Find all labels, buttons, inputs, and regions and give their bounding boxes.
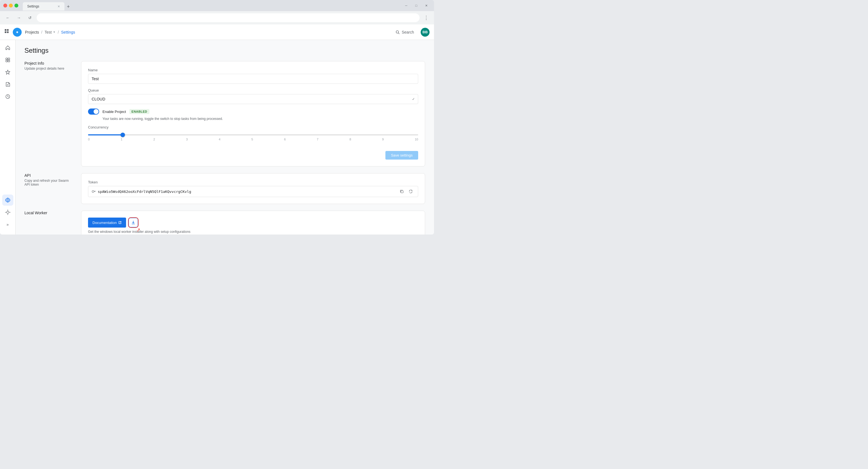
sidebar: » <box>0 40 16 234</box>
copy-token-btn[interactable] <box>398 188 406 195</box>
project-info-title: Project Info <box>25 61 74 66</box>
svg-rect-11 <box>8 60 10 62</box>
svg-rect-10 <box>6 60 7 62</box>
browser-window: Settings ✕ + ─ □ ✕ ← → ↺ ⋮ <box>0 0 434 234</box>
minimize-btn[interactable]: ─ <box>402 1 411 10</box>
local-worker-desc: Get the windows local worker installer a… <box>88 230 418 234</box>
breadcrumb-dropdown-icon: ▼ <box>53 31 56 34</box>
api-section: API Copy and refresh your Swarm API toke… <box>25 173 425 204</box>
browser-menu-btn[interactable]: ⋮ <box>422 13 431 22</box>
app-logo <box>13 28 22 37</box>
local-worker-card: Documentation <box>81 211 425 234</box>
token-field: spAWio5WsdQ462ooXcFdrlVqN5QlF1aKQvvcrgCK… <box>88 186 418 197</box>
local-worker-title: Local Worker <box>25 211 74 215</box>
api-label: API Copy and refresh your Swarm API toke… <box>25 173 74 204</box>
queue-select-wrapper: CLOUD ✓ <box>88 94 418 104</box>
refresh-btn[interactable]: ↺ <box>26 13 34 22</box>
search-icon <box>396 30 400 34</box>
title-bar: Settings ✕ + ─ □ ✕ <box>0 0 434 11</box>
main-content: Settings Project Info Update project det… <box>16 40 434 234</box>
download-btn[interactable] <box>128 217 138 228</box>
svg-line-7 <box>398 33 399 34</box>
close-window-btn[interactable] <box>3 4 7 7</box>
app-header: Projects / Test ▼ / Settings Search BB <box>0 25 434 40</box>
breadcrumb-test[interactable]: Test ▼ <box>44 30 56 34</box>
slider-ticks: 0 1 2 3 4 5 6 7 8 9 10 <box>88 138 418 141</box>
restore-btn[interactable]: □ <box>412 1 421 10</box>
tab-close-btn[interactable]: ✕ <box>58 5 60 8</box>
svg-point-5 <box>17 32 18 33</box>
key-icon <box>92 190 95 194</box>
sidebar-item-home[interactable] <box>2 42 13 53</box>
svg-point-15 <box>7 199 9 201</box>
svg-rect-0 <box>5 29 6 31</box>
slider-wrapper: 0 1 2 3 4 5 6 7 8 9 10 <box>88 132 418 146</box>
sidebar-bottom: » <box>2 195 13 232</box>
tab-title: Settings <box>27 4 39 8</box>
token-actions <box>398 188 414 195</box>
forward-btn[interactable]: → <box>14 13 23 22</box>
token-value: spAWio5WsdQ462ooXcFdrlVqN5QlF1aKQvvcrgCK… <box>98 190 396 194</box>
token-label: Token <box>88 180 418 184</box>
api-card: Token spAWio5WsdQ462ooXcFdrlVqN5QlF1aKQv… <box>81 173 425 204</box>
svg-rect-3 <box>7 31 9 33</box>
sidebar-item-docs[interactable] <box>2 79 13 90</box>
sidebar-item-history[interactable] <box>2 91 13 102</box>
tab-bar: Settings ✕ + <box>21 1 400 10</box>
api-desc: Copy and refresh your Swarm API token <box>25 179 74 187</box>
sidebar-expand-btn[interactable]: » <box>2 219 13 230</box>
refresh-token-btn[interactable] <box>407 188 414 195</box>
project-info-section: Project Info Update project details here… <box>25 61 425 167</box>
enable-label: Enable Project <box>102 110 126 114</box>
name-input[interactable] <box>88 74 418 84</box>
browser-tab[interactable]: Settings ✕ <box>23 2 64 10</box>
project-info-desc: Update project details here <box>25 67 74 70</box>
api-title: API <box>25 173 74 178</box>
project-info-label: Project Info Update project details here <box>25 61 74 167</box>
documentation-btn[interactable]: Documentation <box>88 217 126 228</box>
sidebar-item-theme[interactable] <box>2 207 13 218</box>
local-worker-btns: Documentation <box>88 217 418 228</box>
queue-group: Queue CLOUD ✓ <box>88 88 418 104</box>
grid-apps-icon[interactable] <box>4 29 9 35</box>
address-bar[interactable] <box>37 13 420 22</box>
app-body: » Settings Project Info Update project d… <box>0 40 434 234</box>
breadcrumb-settings: Settings <box>61 30 75 34</box>
breadcrumb-projects[interactable]: Projects <box>25 30 39 34</box>
enable-row: Enable Project ENABLED <box>88 108 418 114</box>
page-title: Settings <box>25 46 425 55</box>
save-settings-btn[interactable]: Save settings <box>385 151 418 160</box>
back-btn[interactable]: ← <box>3 13 12 22</box>
user-avatar[interactable]: BB <box>421 28 430 37</box>
search-btn[interactable]: Search <box>392 28 417 36</box>
local-worker-label: Local Worker <box>25 211 74 234</box>
nav-bar: ← → ↺ ⋮ <box>0 11 434 25</box>
maximize-window-btn[interactable] <box>14 4 18 7</box>
download-btn-container: ↗ <box>128 217 138 228</box>
concurrency-label: Concurrency <box>88 125 418 129</box>
minimize-window-btn[interactable] <box>9 4 13 7</box>
sidebar-item-dashboard[interactable] <box>2 55 13 66</box>
svg-rect-8 <box>6 58 7 60</box>
local-worker-section: Local Worker Documentation <box>25 211 425 234</box>
svg-rect-22 <box>401 191 403 193</box>
close-btn[interactable]: ✕ <box>422 1 431 10</box>
window-controls <box>3 4 18 7</box>
external-link-icon <box>118 221 122 224</box>
new-tab-btn[interactable]: + <box>64 3 72 10</box>
sidebar-item-tasks[interactable] <box>2 67 13 78</box>
concurrency-slider[interactable] <box>88 134 418 135</box>
queue-select[interactable]: CLOUD <box>88 94 418 104</box>
sidebar-item-settings[interactable] <box>2 195 13 206</box>
name-group: Name <box>88 68 418 84</box>
enable-desc: Your tasks are now running, toggle the s… <box>102 117 418 121</box>
name-label: Name <box>88 68 418 72</box>
svg-rect-2 <box>5 31 6 33</box>
enabled-badge: ENABLED <box>129 109 150 114</box>
enable-toggle[interactable] <box>88 108 99 114</box>
card-footer: Save settings <box>88 151 418 160</box>
queue-label: Queue <box>88 88 418 92</box>
svg-rect-1 <box>7 29 9 31</box>
project-info-card: Name Queue CLOUD ✓ E <box>81 61 425 167</box>
breadcrumb: Projects / Test ▼ / Settings <box>25 30 75 34</box>
